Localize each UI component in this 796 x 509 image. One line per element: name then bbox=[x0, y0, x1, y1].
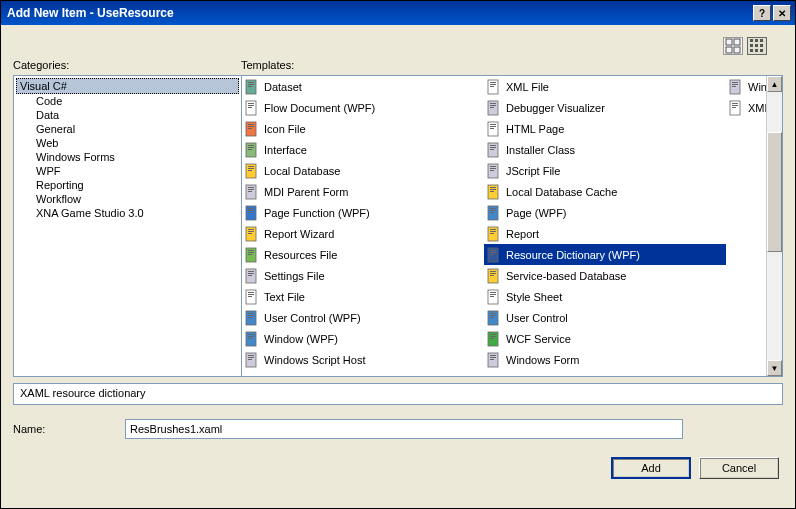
category-item[interactable]: Data bbox=[16, 108, 239, 122]
svg-rect-119 bbox=[490, 336, 496, 337]
svg-rect-38 bbox=[248, 208, 254, 209]
template-item[interactable]: Icon File bbox=[242, 118, 484, 139]
template-item[interactable]: XML File bbox=[484, 76, 726, 97]
cancel-button[interactable]: Cancel bbox=[699, 457, 779, 479]
flowdoc-icon bbox=[244, 100, 260, 116]
report-icon bbox=[244, 226, 260, 242]
svg-rect-19 bbox=[248, 105, 254, 106]
category-item[interactable]: XNA Game Studio 3.0 bbox=[16, 206, 239, 220]
template-label: Windows Service bbox=[748, 81, 766, 93]
template-item[interactable]: MDI Parent Form bbox=[242, 181, 484, 202]
template-item[interactable]: Dataset bbox=[242, 76, 484, 97]
template-item[interactable]: Service-based Database bbox=[484, 265, 726, 286]
close-button[interactable]: ✕ bbox=[773, 5, 791, 21]
template-item[interactable]: Report bbox=[484, 223, 726, 244]
svg-rect-127 bbox=[732, 84, 738, 85]
template-item[interactable]: Local Database Cache bbox=[484, 181, 726, 202]
templates-scrollbar[interactable]: ▲ ▼ bbox=[766, 76, 782, 376]
svg-rect-50 bbox=[248, 271, 254, 272]
svg-rect-79 bbox=[490, 126, 496, 127]
categories-tree[interactable]: Visual C# CodeDataGeneralWebWindows Form… bbox=[13, 75, 241, 377]
large-icons-button[interactable] bbox=[723, 37, 743, 55]
jscript-icon bbox=[486, 163, 502, 179]
svg-rect-31 bbox=[248, 168, 254, 169]
template-item[interactable]: Windows Script Host bbox=[242, 349, 484, 370]
svg-rect-66 bbox=[248, 355, 254, 356]
servicedb-icon bbox=[486, 268, 502, 284]
add-button[interactable]: Add bbox=[611, 457, 691, 479]
svg-rect-110 bbox=[490, 292, 496, 293]
category-item[interactable]: Reporting bbox=[16, 178, 239, 192]
scroll-up-button[interactable]: ▲ bbox=[767, 76, 782, 92]
template-item[interactable]: Window (WPF) bbox=[242, 328, 484, 349]
svg-rect-102 bbox=[490, 250, 496, 251]
scroll-track[interactable] bbox=[767, 92, 782, 360]
category-root[interactable]: Visual C# bbox=[16, 78, 239, 94]
small-icons-button[interactable] bbox=[747, 37, 767, 55]
xmlschema-icon bbox=[728, 100, 744, 116]
template-label: Icon File bbox=[264, 123, 306, 135]
template-label: Windows Form bbox=[506, 354, 579, 366]
template-item[interactable]: Installer Class bbox=[484, 139, 726, 160]
scroll-down-button[interactable]: ▼ bbox=[767, 360, 782, 376]
wcf-icon bbox=[486, 331, 502, 347]
template-item[interactable]: Resources File bbox=[242, 244, 484, 265]
template-item[interactable]: WCF Service bbox=[484, 328, 726, 349]
template-item[interactable]: Style Sheet bbox=[484, 286, 726, 307]
category-item[interactable]: Web bbox=[16, 136, 239, 150]
usercontrol-icon bbox=[486, 310, 502, 326]
template-item[interactable]: Settings File bbox=[242, 265, 484, 286]
template-item[interactable]: User Control bbox=[484, 307, 726, 328]
titlebar[interactable]: Add New Item - UseResource ? ✕ bbox=[1, 1, 795, 25]
svg-rect-124 bbox=[490, 359, 494, 360]
template-item[interactable]: Windows Service bbox=[726, 76, 766, 97]
debugger-icon bbox=[486, 100, 502, 116]
svg-rect-44 bbox=[248, 233, 252, 234]
svg-rect-2 bbox=[726, 47, 732, 53]
template-item[interactable]: HTML Page bbox=[484, 118, 726, 139]
template-item[interactable]: Debugger Visualizer bbox=[484, 97, 726, 118]
report-icon bbox=[486, 226, 502, 242]
svg-rect-20 bbox=[248, 107, 252, 108]
winform-icon bbox=[486, 352, 502, 368]
scroll-thumb[interactable] bbox=[767, 132, 782, 252]
dataset-icon bbox=[244, 79, 260, 95]
svg-rect-111 bbox=[490, 294, 496, 295]
template-item[interactable]: Resource Dictionary (WPF) bbox=[484, 244, 726, 265]
template-item[interactable]: Report Wizard bbox=[242, 223, 484, 244]
help-button[interactable]: ? bbox=[753, 5, 771, 21]
category-item[interactable]: Windows Forms bbox=[16, 150, 239, 164]
category-item[interactable]: WPF bbox=[16, 164, 239, 178]
category-item[interactable]: Workflow bbox=[16, 192, 239, 206]
category-item[interactable]: General bbox=[16, 122, 239, 136]
template-item[interactable]: Text File bbox=[242, 286, 484, 307]
svg-rect-3 bbox=[734, 47, 740, 53]
template-item[interactable]: Interface bbox=[242, 139, 484, 160]
template-item[interactable]: User Control (WPF) bbox=[242, 307, 484, 328]
template-item[interactable]: Windows Form bbox=[484, 349, 726, 370]
template-item[interactable]: Page Function (WPF) bbox=[242, 202, 484, 223]
template-item[interactable]: Flow Document (WPF) bbox=[242, 97, 484, 118]
name-input[interactable] bbox=[125, 419, 683, 439]
installer-icon bbox=[486, 142, 502, 158]
svg-rect-71 bbox=[490, 84, 496, 85]
category-item[interactable]: Code bbox=[16, 94, 239, 108]
dbcache-icon bbox=[486, 184, 502, 200]
window-title: Add New Item - UseResource bbox=[7, 6, 751, 20]
svg-rect-98 bbox=[490, 229, 496, 230]
pagefunc-icon bbox=[244, 205, 260, 221]
svg-rect-14 bbox=[248, 82, 254, 83]
svg-rect-64 bbox=[248, 338, 252, 339]
template-item[interactable]: XML Schema bbox=[726, 97, 766, 118]
template-item[interactable]: JScript File bbox=[484, 160, 726, 181]
template-item[interactable]: Local Database bbox=[242, 160, 484, 181]
svg-rect-99 bbox=[490, 231, 496, 232]
svg-rect-54 bbox=[248, 292, 254, 293]
templates-list[interactable]: DatasetFlow Document (WPF)Icon FileInter… bbox=[241, 75, 783, 377]
svg-rect-4 bbox=[750, 39, 753, 42]
template-label: Window (WPF) bbox=[264, 333, 338, 345]
template-item[interactable]: Page (WPF) bbox=[484, 202, 726, 223]
template-label: Service-based Database bbox=[506, 270, 626, 282]
template-label: User Control bbox=[506, 312, 568, 324]
svg-rect-22 bbox=[248, 124, 254, 125]
